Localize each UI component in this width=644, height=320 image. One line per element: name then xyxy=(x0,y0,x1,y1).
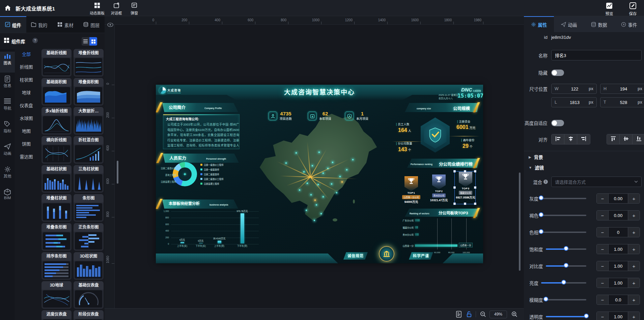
selection-handle[interactable] xyxy=(453,170,456,172)
name-input[interactable] xyxy=(551,50,642,60)
rail-item-导航[interactable]: 导航 xyxy=(0,97,15,118)
ranking-card-TOP1[interactable]: TOP1山西第一分公司94000万元 xyxy=(401,176,422,204)
component-card[interactable]: 基础面积图 xyxy=(41,78,72,106)
component-card[interactable]: 三角柱状图 xyxy=(74,165,104,193)
increment-button[interactable]: + xyxy=(628,244,640,254)
preview-button[interactable]: 预览 xyxy=(600,1,618,16)
slider-knob[interactable] xyxy=(584,314,589,318)
slider-色相[interactable] xyxy=(541,232,586,233)
decrement-button[interactable]: − xyxy=(597,295,608,304)
component-card[interactable]: 3D柱状图 xyxy=(74,252,104,280)
decrement-button[interactable]: − xyxy=(597,211,608,220)
align-left-button[interactable] xyxy=(552,134,564,144)
tab-events[interactable]: 事件 xyxy=(614,16,644,32)
category-水球图[interactable]: 水球图 xyxy=(15,113,38,124)
selection-overlay[interactable] xyxy=(454,171,476,204)
component-card[interactable]: 阶段仪表盘 xyxy=(74,310,104,320)
increment-button[interactable]: + xyxy=(628,278,640,288)
slider-knob[interactable] xyxy=(539,212,543,217)
blend-select[interactable]: 请选择混合方式 xyxy=(551,177,642,187)
decrement-button[interactable]: − xyxy=(597,278,608,288)
increment-button[interactable]: + xyxy=(628,211,640,220)
canvas-vertical-scrollbar[interactable] xyxy=(519,172,521,271)
slider-knob[interactable] xyxy=(539,195,543,200)
dim-L-input[interactable]: L1813px xyxy=(551,97,597,107)
component-card[interactable]: 大数据折… xyxy=(74,107,104,135)
component-card[interactable]: 折柱混合图 xyxy=(74,136,104,164)
component-card[interactable]: 堆叠折线图 xyxy=(74,49,104,77)
selection-handle[interactable] xyxy=(474,186,476,189)
rail-item-动画[interactable]: 动画 xyxy=(0,142,15,163)
category-折线图[interactable]: 折线图 xyxy=(15,62,38,72)
canvas-area[interactable]: 0200400600800100012001400160018001980 02… xyxy=(105,16,524,320)
component-card[interactable]: 条形图 xyxy=(74,194,104,222)
zoom-level[interactable]: 49% xyxy=(489,311,507,318)
component-card[interactable]: 排序条形图 xyxy=(41,252,72,280)
ranking-card-TOP2[interactable]: TOP2贵州分公司10321.47万元 xyxy=(428,175,449,202)
component-card[interactable]: 堆叠条形图 xyxy=(41,223,72,251)
tab-assets[interactable]: 素材 xyxy=(52,16,79,33)
increment-button[interactable]: + xyxy=(628,194,640,203)
selection-handle[interactable] xyxy=(453,203,456,205)
rail-item-信息[interactable]: 信息 xyxy=(0,74,15,95)
selection-handle[interactable] xyxy=(453,186,456,189)
rail-item-BIM[interactable]: BIM xyxy=(0,187,15,208)
slider-对比度[interactable] xyxy=(546,265,587,267)
background-section-header[interactable]: ▶ 背景 xyxy=(529,154,543,160)
help-icon[interactable]: ? xyxy=(32,38,38,43)
decrement-button[interactable]: − xyxy=(597,194,608,203)
slider-灰度[interactable] xyxy=(541,198,586,199)
selection-handle[interactable] xyxy=(464,170,466,172)
category-全部[interactable]: 全部 xyxy=(15,49,38,59)
selection-handle[interactable] xyxy=(474,170,476,172)
hide-toggle[interactable] xyxy=(551,70,564,76)
outline-panel-icon[interactable] xyxy=(456,311,461,319)
tab-components[interactable]: 组件 xyxy=(0,16,26,33)
align-center-v-button[interactable] xyxy=(620,134,633,144)
component-card[interactable]: 堆叠柱状图 xyxy=(41,194,72,222)
artboard[interactable]: 大成咨询 大成咨询智慧决策中心 DNC大成咨询 2025-11-07 星期五农历… xyxy=(156,85,483,263)
slider-褐色[interactable] xyxy=(541,215,586,216)
component-card[interactable]: 堆叠面积图 xyxy=(74,78,104,106)
category-雷达图[interactable]: 雷达图 xyxy=(15,152,38,162)
decrement-button[interactable]: − xyxy=(597,244,608,254)
category-仪表盘[interactable]: 仪表盘 xyxy=(15,101,38,111)
decrement-button[interactable]: − xyxy=(597,261,608,271)
decrement-button[interactable]: − xyxy=(597,312,608,320)
zoom-out-icon[interactable] xyxy=(480,311,486,319)
component-card[interactable]: 基础仪表盘 xyxy=(74,281,104,309)
tab-layers[interactable]: 图层 xyxy=(79,16,105,33)
category-柱状图[interactable]: 柱状图 xyxy=(15,75,38,85)
toolbar-popup-button[interactable]: 弹窗 xyxy=(124,1,144,16)
rail-item-图表[interactable]: 图表 xyxy=(0,52,15,73)
slider-knob[interactable] xyxy=(539,229,543,234)
rail-item-其他[interactable]: 其他 xyxy=(0,165,15,186)
component-card[interactable]: 基础折线图 xyxy=(41,49,72,77)
tab-mine[interactable]: 我的 xyxy=(26,16,53,33)
slider-knob[interactable] xyxy=(543,297,548,301)
align-center-h-button[interactable] xyxy=(564,134,577,144)
toolbar-dynamic-panel-button[interactable]: 动态面板 xyxy=(87,1,107,16)
left-scrollbar[interactable] xyxy=(117,161,118,184)
category-地图[interactable]: 地图 xyxy=(15,126,38,136)
component-card[interactable]: 进度仪表盘 xyxy=(41,310,72,320)
component-card[interactable]: 3D地球 xyxy=(41,281,72,309)
component-card[interactable]: 多x轴折线图 xyxy=(41,107,72,135)
category-饼图[interactable]: 饼图 xyxy=(15,139,38,149)
slider-knob[interactable] xyxy=(564,263,568,268)
slider-透明度[interactable] xyxy=(546,316,587,317)
align-bottom-button[interactable] xyxy=(633,134,644,144)
slider-knob[interactable] xyxy=(564,246,568,251)
tab-animation[interactable]: 动画 xyxy=(554,16,584,32)
save-button[interactable]: 保存 xyxy=(624,1,642,16)
decrement-button[interactable]: − xyxy=(597,228,608,237)
category-地球[interactable]: 地球 xyxy=(15,88,38,98)
increment-button[interactable]: + xyxy=(628,228,640,237)
dim-W-input[interactable]: W122px xyxy=(551,84,597,94)
toolbar-dialog-button[interactable]: 对话框 xyxy=(107,1,126,16)
increment-button[interactable]: + xyxy=(628,261,640,271)
filter-section-header[interactable]: ▼ 滤镜 xyxy=(529,164,544,171)
home-icon[interactable] xyxy=(4,4,11,12)
selection-handle[interactable] xyxy=(474,203,476,205)
slider-亮度[interactable] xyxy=(541,282,586,284)
